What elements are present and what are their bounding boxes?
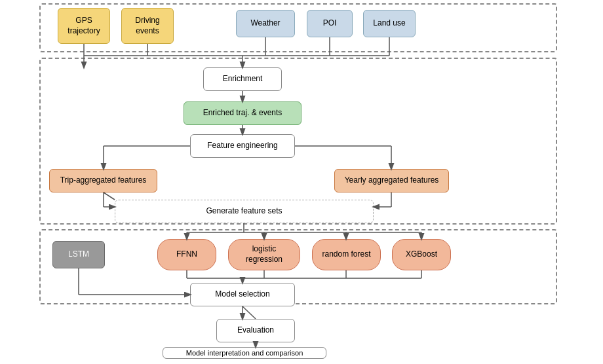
- evaluation-node: Evaluation: [216, 319, 295, 342]
- poi-node: POI: [307, 10, 353, 37]
- gps-trajectory-node: GPS trajectory: [58, 8, 110, 44]
- enrichment-node: Enrichment: [203, 67, 282, 91]
- diagram-container: GPS trajectory Driving events Weather PO…: [0, 0, 603, 364]
- logistic-regression-node: logistic regression: [228, 239, 300, 270]
- lstm-node: LSTM: [52, 241, 105, 268]
- xgboost-node: XGBoost: [392, 239, 451, 270]
- enriched-traj-node: Enriched traj. & events: [184, 101, 302, 125]
- yearly-aggregated-node: Yearly aggregated features: [334, 169, 449, 192]
- model-interpretation-node: Model interpretation and comparison: [163, 347, 326, 359]
- feature-engineering-node: Feature engineering: [190, 134, 295, 158]
- model-selection-node: Model selection: [190, 283, 295, 306]
- ffnn-node: FFNN: [157, 239, 216, 270]
- random-forest-node: random forest: [312, 239, 381, 270]
- weather-node: Weather: [236, 10, 295, 37]
- model-training-section: [39, 229, 557, 304]
- land-use-node: Land use: [363, 10, 416, 37]
- svg-line-33: [243, 306, 256, 319]
- generate-feature-sets-node: Generate feature sets: [115, 200, 374, 223]
- driving-events-node: Driving events: [121, 8, 174, 44]
- data-sources-section: [39, 3, 557, 52]
- trip-aggregated-node: Trip-aggregated features: [49, 169, 157, 192]
